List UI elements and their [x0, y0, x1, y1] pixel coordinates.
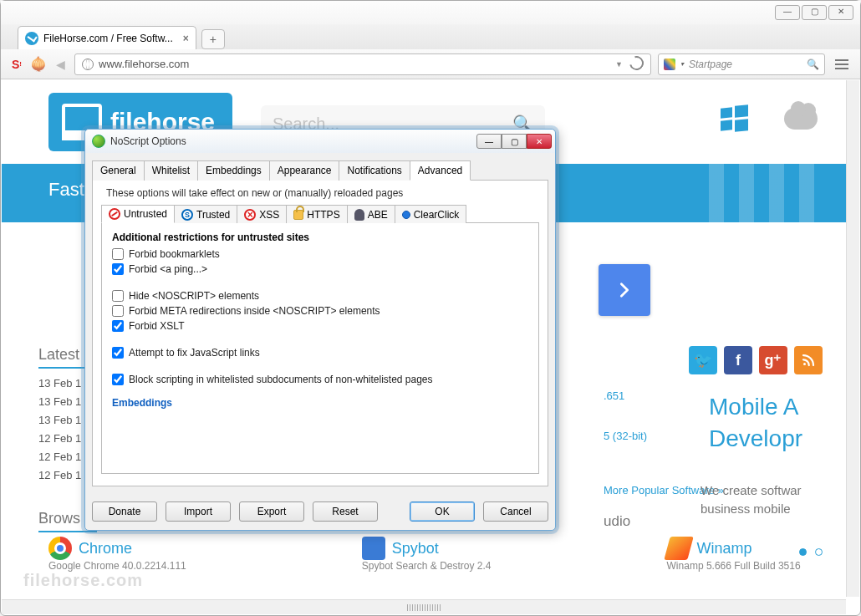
checkbox-input[interactable] — [112, 347, 124, 359]
checkbox-0[interactable]: Forbid bookmarklets — [112, 248, 528, 260]
clearclick-icon — [402, 211, 410, 219]
tab-panel-advanced: These options will take effect on new or… — [92, 181, 548, 486]
checkbox-6[interactable]: Block scripting in whitelisted subdocume… — [112, 374, 528, 385]
ok-button[interactable]: OK — [410, 501, 475, 522]
checkbox-input[interactable] — [112, 320, 124, 332]
checkbox-input[interactable] — [112, 263, 124, 275]
promo-heading: Mobile ADevelopr — [709, 391, 834, 455]
search-engine-icon[interactable] — [664, 59, 675, 70]
dialog-tabs: General Whitelist Embeddings Appearance … — [92, 160, 548, 181]
cancel-button[interactable]: Cancel — [483, 501, 548, 522]
menu-button[interactable] — [832, 54, 852, 74]
twitter-icon[interactable]: 🐦 — [689, 346, 717, 374]
tab-title: FileHorse.com / Free Softw... — [43, 33, 173, 44]
tab-strip: FileHorse.com / Free Softw... × + — [1, 24, 860, 49]
winamp-icon — [664, 537, 694, 560]
advanced-subtabs: Untrusted Trusted XSS HTTPS ABE ClearCli… — [101, 204, 539, 223]
checkbox-5[interactable]: Attempt to fix JavaScript links — [112, 347, 528, 359]
subtab-untrusted[interactable]: Untrusted — [101, 205, 175, 223]
dialog-titlebar[interactable]: NoScript Options — ▢ ✕ — [85, 130, 555, 153]
globe-icon — [82, 59, 94, 70]
checkbox-2[interactable]: Hide <NOSCRIPT> elements — [112, 290, 528, 302]
checkbox-3[interactable]: Forbid META redirections inside <NOSCRIP… — [112, 305, 528, 317]
checkbox-label: Attempt to fix JavaScript links — [129, 347, 260, 359]
search-icon[interactable]: 🔍 — [807, 59, 819, 70]
subtab-https[interactable]: HTTPS — [286, 205, 347, 223]
new-tab-button[interactable]: + — [201, 29, 225, 49]
svg-point-0 — [803, 363, 806, 365]
latest-list: 13 Feb 1 13 Feb 1 13 Feb 1 12 Feb 1 12 F… — [38, 374, 81, 485]
subtab-trusted[interactable]: Trusted — [174, 205, 237, 223]
horizontal-scrollbar[interactable] — [2, 599, 846, 614]
url-bar[interactable]: www.filehorse.com ▼ — [74, 53, 651, 75]
checkbox-1[interactable]: Forbid <a ping...> — [112, 263, 528, 275]
windows-icon[interactable] — [721, 105, 747, 132]
dialog-maximize-button[interactable]: ▢ — [502, 134, 527, 149]
tab-notifications[interactable]: Notifications — [339, 160, 410, 181]
carousel-next-button[interactable] — [599, 264, 650, 316]
embeddings-link[interactable]: Embeddings — [112, 397, 528, 409]
browser-tab[interactable]: FileHorse.com / Free Softw... × — [18, 26, 196, 49]
app-spybot[interactable]: Spybot Spybot Search & Destroy 2.4 — [362, 537, 492, 572]
checkbox-input[interactable] — [112, 305, 124, 317]
search-bar[interactable]: ▾ Startpage 🔍 — [658, 53, 825, 75]
facebook-icon[interactable]: f — [724, 346, 752, 374]
tab-general[interactable]: General — [92, 160, 145, 181]
dot[interactable] — [815, 548, 823, 556]
dialog-close-button[interactable]: ✕ — [527, 134, 552, 149]
checkbox-4[interactable]: Forbid XSLT — [112, 320, 528, 332]
close-button[interactable]: ✕ — [828, 5, 853, 20]
tab-close-icon[interactable]: × — [183, 33, 189, 44]
list-item[interactable]: 12 Feb 1 — [38, 448, 81, 466]
popular-link-2[interactable]: 5 (32-bit) — [604, 430, 647, 442]
cloud-icon[interactable] — [784, 108, 818, 130]
checkbox-input[interactable] — [112, 248, 124, 260]
search-placeholder: Startpage — [689, 59, 732, 70]
minimize-button[interactable]: — — [775, 5, 800, 20]
tor-icon[interactable]: 🧅 — [31, 57, 46, 72]
dialog-minimize-button[interactable]: — — [476, 134, 502, 149]
list-item[interactable]: 13 Feb 1 — [38, 393, 81, 411]
subtab-xss[interactable]: XSS — [237, 205, 287, 223]
reset-button[interactable]: Reset — [313, 501, 378, 522]
import-button[interactable]: Import — [166, 501, 231, 522]
subtab-clearclick[interactable]: ClearClick — [395, 205, 467, 223]
chrome-icon — [48, 537, 72, 560]
googleplus-icon[interactable]: g⁺ — [759, 346, 787, 374]
dropdown-icon[interactable]: ▼ — [615, 60, 623, 69]
tab-whitelist[interactable]: Whitelist — [144, 160, 198, 181]
list-item[interactable]: 13 Feb 1 — [38, 411, 81, 430]
list-item[interactable]: 12 Feb 1 — [38, 466, 81, 485]
xss-icon — [244, 209, 256, 221]
app-winamp[interactable]: Winamp Winamp 5.666 Full Build 3516 — [667, 537, 801, 572]
reload-button[interactable] — [629, 56, 644, 73]
export-button[interactable]: Export — [239, 501, 304, 522]
checkbox-input[interactable] — [112, 290, 124, 302]
untrusted-icon — [109, 208, 120, 220]
popular-link-1[interactable]: .651 — [604, 389, 624, 402]
tab-advanced[interactable]: Advanced — [410, 160, 471, 181]
donate-button[interactable]: Donate — [92, 501, 157, 522]
list-item[interactable]: 12 Feb 1 — [38, 430, 81, 448]
tab-appearance[interactable]: Appearance — [269, 160, 340, 181]
chevron-right-icon — [615, 281, 634, 299]
category-fragment: udio — [604, 513, 630, 530]
tab-embeddings[interactable]: Embeddings — [197, 160, 270, 181]
app-chrome[interactable]: Chrome Google Chrome 40.0.2214.111 — [48, 537, 186, 572]
social-links: 🐦 f g⁺ — [689, 346, 823, 374]
carousel-dots — [799, 548, 823, 556]
back-button[interactable]: ◀ — [53, 57, 68, 72]
list-item[interactable]: 13 Feb 1 — [38, 374, 81, 393]
group-title: Additional restrictions for untrusted si… — [112, 232, 528, 243]
untrusted-panel: Additional restrictions for untrusted si… — [101, 223, 539, 474]
checkbox-input[interactable] — [112, 374, 124, 385]
subtab-abe[interactable]: ABE — [347, 205, 395, 223]
vertical-scrollbar[interactable] — [846, 80, 859, 597]
maximize-button[interactable]: ▢ — [802, 5, 827, 20]
checkbox-label: Forbid bookmarklets — [129, 248, 220, 260]
noscript-options-dialog: NoScript Options — ▢ ✕ General Whitelist… — [84, 129, 556, 531]
dialog-buttons: Donate Import Export Reset OK Cancel — [85, 493, 555, 530]
url-text: www.filehorse.com — [99, 58, 189, 70]
extension-icon-1[interactable]: S! — [9, 57, 24, 72]
rss-icon[interactable] — [794, 346, 823, 374]
